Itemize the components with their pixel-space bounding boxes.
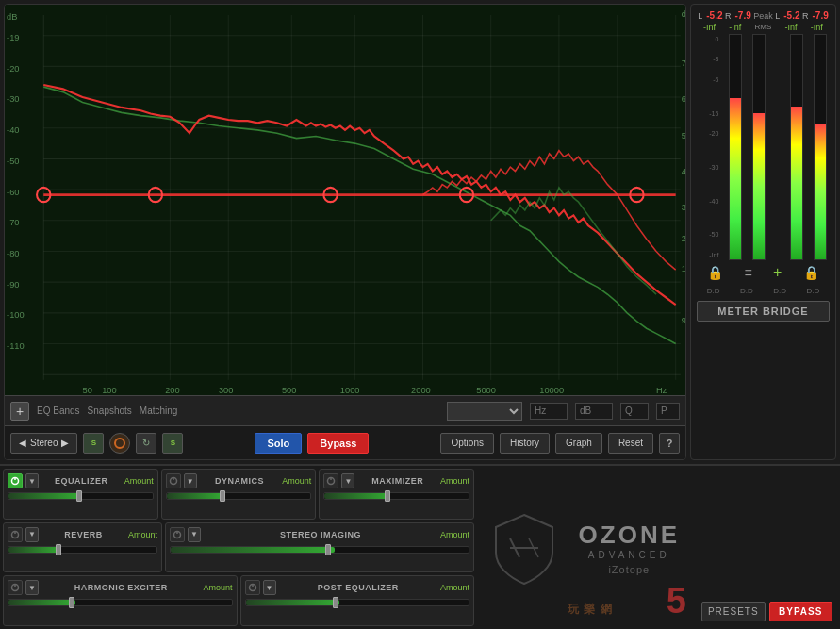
- snapshots-label: Snapshots: [88, 406, 132, 416]
- meter-r2-label: R: [802, 11, 809, 21]
- svg-text:5000: 5000: [476, 385, 496, 395]
- harmonic-exciter-amount: Amount: [203, 583, 232, 592]
- stereo-imaging-slider[interactable]: [170, 546, 469, 554]
- post-equalizer-name: POST EQUALIZER: [318, 583, 399, 592]
- stereo-button[interactable]: ◀ Stereo ▶: [10, 433, 77, 454]
- options-button[interactable]: Options: [440, 433, 493, 454]
- stereo-imaging-header: ▼ STEREO IMAGING Amount: [170, 527, 469, 542]
- lock-icon-left[interactable]: 🔒: [707, 265, 723, 280]
- reverb-dropdown[interactable]: ▼: [25, 527, 39, 542]
- equalizer-handle[interactable]: [76, 490, 82, 502]
- lock-icon-right[interactable]: 🔒: [803, 265, 819, 280]
- module-maximizer-header: ▼ MAXIMIZER Amount: [323, 473, 469, 488]
- post-equalizer-slider[interactable]: [245, 599, 470, 606]
- matching-select[interactable]: [447, 402, 522, 421]
- peak-l-value: -5.2: [706, 10, 722, 21]
- maximizer-handle[interactable]: [385, 490, 390, 502]
- eq-canvas: dB -19 -20 -30 -40 -50 -60 -70 -80 -90 -…: [5, 5, 685, 395]
- meter-bar-r: [752, 34, 766, 260]
- equalizer-controls: ▼: [8, 473, 39, 488]
- maximizer-name: MAXIMIZER: [371, 476, 423, 486]
- hz-input[interactable]: [530, 403, 568, 420]
- eq-lines-icon[interactable]: ≡: [745, 265, 752, 280]
- dynamics-fill: [167, 493, 224, 499]
- dynamics-slider[interactable]: [166, 492, 312, 500]
- svg-text:dB: dB: [7, 11, 17, 22]
- reverb-handle[interactable]: [56, 544, 61, 555]
- maximizer-controls: ▼: [323, 473, 354, 488]
- meter-fill-r: [753, 113, 765, 259]
- stereo-imaging-dropdown[interactable]: ▼: [188, 527, 201, 542]
- harmonic-exciter-power-btn[interactable]: [8, 580, 23, 595]
- eq-toolbar: + EQ Bands Snapshots Matching: [5, 395, 685, 425]
- meter-bridge-button[interactable]: METER BRIDGE: [697, 301, 830, 322]
- reverb-slider[interactable]: [8, 546, 157, 554]
- post-equalizer-dropdown[interactable]: ▼: [263, 580, 276, 595]
- peak-r-value: -7.9: [735, 10, 751, 21]
- maximizer-fill: [324, 493, 389, 499]
- presets-button[interactable]: PRESETS: [701, 602, 766, 621]
- icon-btn-cycle[interactable]: ↻: [136, 433, 156, 454]
- post-equalizer-header: ▼ POST EQUALIZER Amount: [245, 580, 470, 595]
- svg-text:300: 300: [219, 385, 233, 395]
- icon-btn-circle[interactable]: [109, 433, 130, 454]
- reset-button[interactable]: Reset: [608, 433, 653, 454]
- equalizer-amount: Amount: [124, 476, 154, 486]
- svg-text:-90: -90: [7, 278, 19, 289]
- icon-btn-s1[interactable]: S: [83, 433, 104, 454]
- svg-point-61: [115, 439, 124, 448]
- eq-display[interactable]: dB -19 -20 -30 -40 -50 -60 -70 -80 -90 -…: [5, 5, 685, 395]
- svg-text:4: 4: [682, 166, 685, 176]
- q-input[interactable]: [620, 403, 649, 420]
- help-button[interactable]: ?: [659, 433, 680, 454]
- main-bypass-button[interactable]: BYPASS: [769, 602, 833, 621]
- dynamics-power-btn[interactable]: [166, 473, 181, 488]
- maximizer-slider[interactable]: [323, 492, 469, 500]
- stereo-imaging-power-btn[interactable]: [170, 527, 185, 542]
- bottom-modules: ▼ EQUALIZER Amount: [0, 464, 840, 629]
- right-panel: L -5.2 R -7.9 Peak L -5.2 R -7.9: [690, 4, 836, 460]
- meter-channel-l: [729, 34, 742, 260]
- icon-btn-s2[interactable]: S: [162, 433, 183, 454]
- izotope-name: iZotope: [579, 564, 680, 575]
- add-band-button[interactable]: +: [10, 402, 29, 421]
- db-input[interactable]: [575, 403, 613, 420]
- maximizer-amount: Amount: [440, 476, 469, 486]
- equalizer-slider[interactable]: [8, 492, 154, 500]
- stereo-imaging-handle[interactable]: [325, 544, 331, 555]
- peak-label: Peak: [753, 11, 773, 21]
- harmonic-exciter-dropdown[interactable]: ▼: [25, 580, 39, 595]
- post-equalizer-handle[interactable]: [333, 597, 338, 608]
- history-button[interactable]: History: [500, 433, 550, 454]
- reverb-power-btn[interactable]: [8, 527, 23, 542]
- main-container: dB -19 -20 -30 -40 -50 -60 -70 -80 -90 -…: [0, 0, 840, 629]
- meters-container: 0 -3 -6 -15 -20 -30 -40 -50 -Inf: [697, 34, 830, 260]
- eq-bands-label: EQ Bands: [37, 406, 80, 416]
- bypass-button[interactable]: Bypass: [307, 433, 369, 454]
- meter-fill-l2: [791, 107, 802, 259]
- watermark: 玩 樂 網: [568, 602, 613, 618]
- dd2: D.D: [740, 287, 753, 295]
- graph-button[interactable]: Graph: [555, 433, 602, 454]
- rms-label: RMS: [755, 23, 772, 32]
- maximizer-dropdown[interactable]: ▼: [341, 473, 354, 488]
- dynamics-dropdown[interactable]: ▼: [184, 473, 197, 488]
- eq-plus-icon[interactable]: +: [773, 264, 782, 281]
- module-reverb: ▼ REVERB Amount: [3, 522, 162, 573]
- maximizer-power-btn[interactable]: [323, 473, 338, 488]
- harmonic-exciter-slider[interactable]: [8, 599, 233, 606]
- dynamics-name: DYNAMICS: [215, 476, 264, 486]
- svg-text:-60: -60: [7, 186, 19, 196]
- equalizer-dropdown[interactable]: ▼: [25, 473, 39, 488]
- solo-button[interactable]: Solo: [255, 433, 302, 454]
- svg-text:-30: -30: [7, 93, 19, 104]
- equalizer-power-btn[interactable]: [8, 473, 23, 488]
- ozone-advanced: ADVANCED: [579, 550, 680, 560]
- svg-text:-20: -20: [7, 63, 19, 74]
- stereo-imaging-controls: ▼: [170, 527, 201, 542]
- p-input[interactable]: [656, 403, 680, 420]
- post-equalizer-power-btn[interactable]: [245, 580, 260, 595]
- module-stereo-imaging: ▼ STEREO IMAGING Amount: [165, 522, 474, 573]
- dynamics-handle[interactable]: [220, 490, 225, 502]
- harmonic-exciter-handle[interactable]: [69, 597, 74, 608]
